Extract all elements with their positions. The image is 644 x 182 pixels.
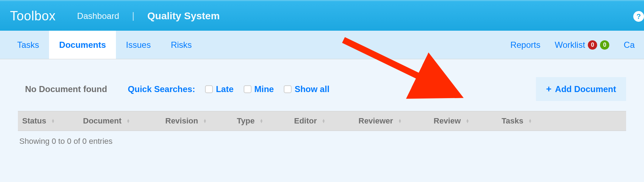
th-review[interactable]: Review (434, 116, 502, 126)
th-revision-label: Revision (165, 116, 198, 126)
tab-tasks[interactable]: Tasks (7, 31, 49, 59)
th-tasks[interactable]: Tasks (502, 116, 555, 126)
th-editor[interactable]: Editor (294, 116, 358, 126)
brand-logo[interactable]: Toolbox (10, 9, 56, 24)
filter-mine[interactable]: Mine (244, 84, 274, 94)
filter-late-label: Late (216, 84, 233, 94)
filter-late-checkbox[interactable] (205, 85, 213, 93)
filter-late[interactable]: Late (205, 84, 233, 94)
th-editor-label: Editor (294, 116, 317, 126)
subnav-left: Tasks Documents Issues Risks (7, 31, 202, 59)
filter-mine-label: Mine (254, 84, 274, 94)
worklist-badge-green: 0 (600, 40, 609, 50)
tab-documents[interactable]: Documents (49, 31, 116, 59)
th-type-label: Type (237, 116, 255, 126)
topbar: Toolbox Dashboard | Quality System ? (0, 0, 644, 31)
th-tasks-label: Tasks (502, 116, 523, 126)
filter-show-all-checkbox[interactable] (284, 85, 292, 93)
link-reports[interactable]: Reports (510, 40, 540, 50)
link-extra[interactable]: Ca (624, 40, 635, 50)
filter-mine-checkbox[interactable] (244, 85, 252, 93)
subnav: Tasks Documents Issues Risks Reports Wor… (0, 31, 644, 59)
plus-icon: + (546, 84, 551, 95)
sort-icon (528, 119, 532, 123)
sort-icon (260, 119, 263, 123)
tab-risks[interactable]: Risks (161, 31, 202, 59)
sort-icon (466, 119, 469, 123)
th-type[interactable]: Type (237, 116, 294, 126)
th-status[interactable]: Status (22, 116, 83, 126)
sort-icon (51, 119, 55, 123)
filter-show-all[interactable]: Show all (284, 84, 329, 94)
nav-quality-system[interactable]: Quality System (147, 10, 220, 22)
quick-searches-label: Quick Searches: (128, 84, 195, 94)
nav-separator: | (132, 10, 135, 21)
th-revision[interactable]: Revision (165, 116, 237, 126)
subnav-right: Reports Worklist 0 0 Ca (510, 31, 637, 59)
th-reviewer-label: Reviewer (358, 116, 393, 126)
table-header: Status Document Revision Type Editor Rev… (18, 111, 626, 131)
add-document-label: Add Document (555, 84, 616, 94)
link-worklist[interactable]: Worklist 0 0 (555, 40, 609, 50)
filter-bar: No Document found Quick Searches: Late M… (18, 77, 626, 101)
sort-icon (322, 119, 326, 123)
worklist-badge-red: 0 (588, 40, 597, 50)
content: No Document found Quick Searches: Late M… (0, 59, 644, 152)
worklist-label[interactable]: Worklist (555, 40, 585, 50)
sort-icon (127, 119, 130, 123)
sort-icon (203, 119, 207, 123)
th-review-label: Review (434, 116, 461, 126)
filter-show-all-label: Show all (294, 84, 329, 94)
tab-issues[interactable]: Issues (116, 31, 161, 59)
add-document-button[interactable]: + Add Document (536, 77, 626, 101)
entries-info: Showing 0 to 0 of 0 entries (18, 131, 626, 152)
th-document[interactable]: Document (83, 116, 165, 126)
help-icon[interactable]: ? (633, 11, 644, 22)
th-status-label: Status (22, 116, 46, 126)
th-document-label: Document (83, 116, 122, 126)
no-document-found: No Document found (25, 84, 107, 94)
th-reviewer[interactable]: Reviewer (358, 116, 434, 126)
sort-icon (398, 119, 402, 123)
nav-dashboard[interactable]: Dashboard (77, 11, 119, 21)
topnav: Dashboard | Quality System (77, 10, 220, 22)
